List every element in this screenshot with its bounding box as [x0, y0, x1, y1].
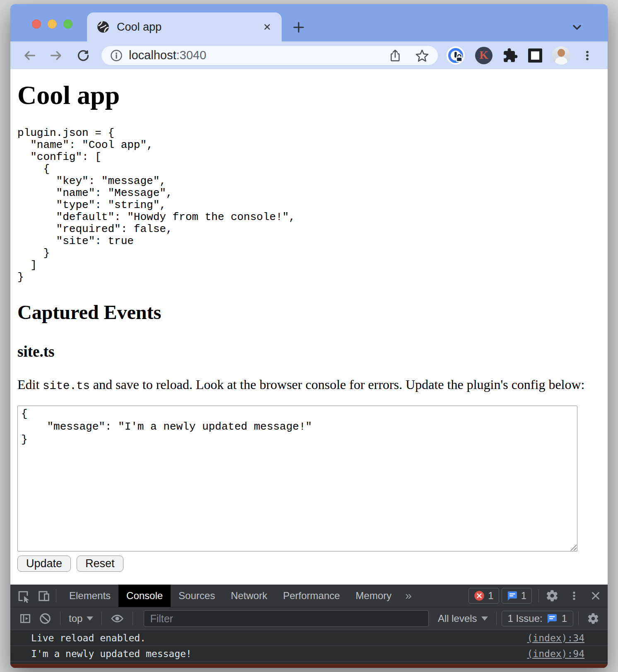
side-panel-extension-icon[interactable]: [528, 48, 542, 63]
log-levels-dropdown[interactable]: All levels: [435, 613, 491, 624]
inspect-element-icon[interactable]: [16, 589, 30, 603]
minimize-window-button[interactable]: [48, 19, 57, 29]
console-filter-input[interactable]: [144, 610, 429, 627]
favicon-globe-icon: [96, 20, 110, 34]
url-text: localhost :3040: [129, 48, 206, 62]
password-manager-extension-icon[interactable]: [446, 46, 465, 65]
instructions-after: and save to reload. Look at the browser …: [90, 377, 585, 392]
console-source-link[interactable]: (index):34: [527, 633, 608, 643]
live-expression-eye-icon[interactable]: [110, 612, 124, 626]
reset-button[interactable]: Reset: [77, 556, 123, 572]
devtools-menu-kebab-icon[interactable]: [568, 590, 580, 602]
address-bar[interactable]: localhost :3040: [101, 46, 438, 65]
tab-title: Cool app: [117, 21, 255, 34]
site-info-icon[interactable]: [110, 49, 123, 62]
levels-caret-icon: [481, 616, 488, 621]
devtools-tab-bar: Elements Console Sources Network Perform…: [10, 585, 608, 607]
tab-sources[interactable]: Sources: [171, 585, 223, 607]
console-message-text: I'm a newly updated message!: [31, 648, 192, 659]
tab-network[interactable]: Network: [223, 585, 275, 607]
browser-tab[interactable]: Cool app: [87, 12, 282, 41]
console-toolbar: top All levels 1 Issue:: [10, 607, 608, 630]
issues-count: 1: [562, 613, 567, 624]
issue-chat-bubble-icon: [547, 613, 558, 624]
devtools-close-icon[interactable]: [589, 590, 602, 602]
kagi-letter: K: [479, 49, 488, 62]
message-count-badge[interactable]: 1: [502, 588, 532, 604]
page-content: Cool app plugin.json = { "name": "Cool a…: [10, 69, 608, 585]
forward-button[interactable]: [49, 48, 64, 63]
url-port: :3040: [176, 48, 206, 62]
back-button[interactable]: [22, 48, 37, 63]
console-message-row: Live reload enabled. (index):34: [10, 630, 608, 646]
console-source-link[interactable]: (index):94: [527, 648, 608, 659]
chat-bubble-icon: [507, 590, 518, 601]
tab-close-icon[interactable]: [262, 22, 273, 32]
devtools-tabs: Elements Console Sources Network Perform…: [61, 585, 418, 607]
dropdown-caret-icon: [87, 616, 93, 621]
browser-menu-kebab-icon[interactable]: [580, 48, 594, 63]
error-count-badge[interactable]: 1: [468, 588, 499, 604]
new-tab-button[interactable]: [287, 18, 310, 36]
issues-label: 1 Issue:: [508, 613, 543, 624]
console-message-row: I'm a newly updated message! (index):94: [10, 646, 608, 662]
instructions-before: Edit: [17, 377, 43, 392]
issues-counter[interactable]: 1 Issue: 1: [502, 611, 573, 626]
instructions-paragraph: Edit site.ts and save to reload. Look at…: [17, 377, 601, 392]
console-sidebar-toggle-icon[interactable]: [19, 612, 32, 625]
tab-memory[interactable]: Memory: [348, 585, 400, 607]
tab-performance[interactable]: Performance: [275, 585, 348, 607]
log-levels-value: All levels: [438, 613, 477, 624]
profile-avatar[interactable]: [552, 46, 570, 65]
share-icon[interactable]: [388, 48, 402, 63]
kagi-extension-icon[interactable]: K: [475, 47, 492, 64]
devtools-panel: Elements Console Sources Network Perform…: [10, 585, 608, 668]
reload-button[interactable]: [76, 48, 91, 63]
console-settings-gear-icon[interactable]: [587, 612, 599, 625]
tab-console[interactable]: Console: [118, 585, 171, 607]
traffic-lights: [32, 19, 72, 29]
site-ts-heading: site.ts: [17, 343, 601, 360]
context-selector-value: top: [69, 613, 82, 624]
message-count: 1: [521, 590, 526, 602]
browser-window: Cool app: [10, 4, 608, 668]
console-message-text: Live reload enabled.: [31, 633, 146, 643]
console-messages: Live reload enabled. (index):34 I'm a ne…: [10, 630, 608, 668]
captured-events-heading: Captured Events: [17, 301, 601, 324]
device-toolbar-icon[interactable]: [37, 589, 51, 603]
context-selector-dropdown[interactable]: top: [65, 613, 97, 624]
page-title: Cool app: [17, 80, 601, 111]
instructions-code: site.ts: [43, 380, 89, 392]
plugin-json-code-block: plugin.json = { "name": "Cool app", "con…: [17, 127, 601, 283]
devtools-settings-gear-icon[interactable]: [546, 589, 559, 602]
tab-elements[interactable]: Elements: [61, 585, 118, 607]
clear-console-icon[interactable]: [39, 612, 52, 625]
zoom-window-button[interactable]: [63, 19, 72, 29]
update-button[interactable]: Update: [17, 556, 71, 572]
error-row-partial: [10, 664, 608, 668]
url-host: localhost: [129, 48, 176, 62]
more-tabs-chevron[interactable]: »: [399, 585, 418, 607]
extensions-puzzle-icon[interactable]: [502, 48, 518, 63]
tab-strip: Cool app: [10, 4, 608, 41]
close-window-button[interactable]: [32, 19, 41, 29]
error-circle-icon: [474, 590, 485, 601]
config-textarea[interactable]: { "message": "I'm a newly updated messag…: [17, 406, 577, 551]
browser-toolbar: localhost :3040: [10, 41, 608, 69]
bookmark-star-icon[interactable]: [415, 48, 430, 63]
error-count: 1: [488, 590, 493, 602]
tab-search-chevron-icon[interactable]: [570, 21, 584, 34]
